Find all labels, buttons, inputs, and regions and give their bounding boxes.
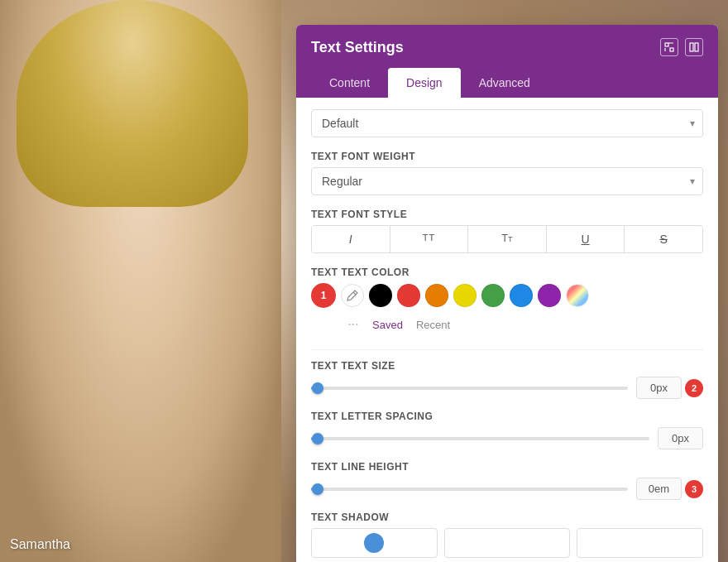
font-weight-select-wrap: Regular ▾ [311,167,703,195]
text-size-section: Text Text Size 0px 2 [311,360,703,399]
color-red[interactable] [397,284,420,307]
saved-colors-tab[interactable]: Saved [366,317,410,333]
panel-body: Default ▾ Text Font Weight Regular ▾ Tex… [296,98,718,562]
text-size-input[interactable]: 0px [636,377,682,399]
color-tabs-row: ··· Saved Recent [311,313,703,336]
letter-spacing-thumb[interactable] [312,433,323,444]
svg-rect-4 [690,43,693,51]
underline-btn[interactable]: U [547,226,625,252]
font-weight-label: Text Font Weight [311,151,703,162]
font-weight-section: Text Font Weight Regular ▾ [311,151,703,195]
text-settings-panel: Text Settings [296,25,718,562]
svg-rect-5 [695,43,698,51]
strikethrough-btn[interactable]: S [625,226,702,252]
text-size-thumb[interactable] [312,382,323,394]
letter-spacing-input[interactable]: 0px [658,427,703,449]
line-height-label: Text Line Height [311,461,703,473]
capitalize-btn[interactable]: TT [468,226,547,252]
font-family-row: Default ▾ [311,109,703,137]
svg-rect-1 [670,48,673,51]
letter-spacing-value-wrap: 0px [658,427,703,449]
line-height-section: Text Line Height 0em 3 [311,461,703,500]
color-purple[interactable] [538,284,561,307]
color-orange[interactable] [425,284,448,307]
panel-title: Text Settings [311,39,404,56]
letter-spacing-slider-row: 0px [311,427,703,449]
svg-line-6 [353,292,356,295]
text-size-value-wrap: 0px 2 [636,377,703,399]
letter-spacing-section: Text Letter Spacing 0px [311,411,703,449]
text-shadow-section: Text Shadow [311,512,703,558]
svg-rect-0 [665,43,668,46]
columns-icon[interactable] [685,38,703,56]
font-style-group: I TT TT U S [311,225,703,253]
shadow-color-circle [364,533,384,553]
custom-color-btn[interactable] [566,284,589,307]
badge-3: 3 [685,480,703,498]
text-size-slider-row: 0px 2 [311,377,703,399]
tab-design[interactable]: Design [388,68,461,98]
more-colors-btn[interactable]: ··· [341,313,366,336]
color-badge-1[interactable]: 1 [311,283,336,308]
tab-advanced[interactable]: Advanced [461,68,548,98]
font-style-section: Text Font Style I TT TT U S [311,209,703,253]
shadow-y-offset[interactable] [577,528,703,558]
color-green[interactable] [481,284,505,307]
text-size-slider[interactable] [311,387,628,390]
color-black[interactable] [369,284,392,307]
eyedropper-btn[interactable] [341,284,364,307]
color-swatches-row: 1 [311,283,703,308]
tab-content[interactable]: Content [311,68,388,98]
shadow-color-swatch[interactable] [311,528,438,558]
shadow-x-offset[interactable] [444,528,571,558]
line-height-thumb[interactable] [312,483,323,495]
color-yellow[interactable] [453,284,477,307]
font-weight-select[interactable]: Regular [311,167,703,195]
text-size-label: Text Text Size [311,360,703,372]
photo-caption: Samantha [10,537,70,552]
text-shadow-preview-row [311,528,703,558]
line-height-input[interactable]: 0em [636,478,682,500]
badge-2: 2 [685,379,703,397]
panel-header-actions [660,38,703,56]
text-shadow-label: Text Shadow [311,512,703,523]
italic-btn[interactable]: I [312,226,390,252]
tab-bar: Content Design Advanced [311,68,703,98]
font-family-select[interactable]: Default [311,109,703,137]
text-color-section: Text Text Color 1 [311,267,703,336]
uppercase-btn[interactable]: TT [390,226,469,252]
panel-header: Text Settings [296,25,718,98]
line-height-slider-row: 0em 3 [311,478,703,500]
color-blue[interactable] [510,284,533,307]
font-style-label: Text Font Style [311,209,703,220]
letter-spacing-slider[interactable] [311,437,649,440]
letter-spacing-label: Text Letter Spacing [311,411,703,422]
fullscreen-icon[interactable] [660,38,678,56]
recent-colors-tab[interactable]: Recent [410,317,457,333]
line-height-slider[interactable] [311,488,628,491]
line-height-value-wrap: 0em 3 [636,478,703,500]
text-color-label: Text Text Color [311,267,703,278]
